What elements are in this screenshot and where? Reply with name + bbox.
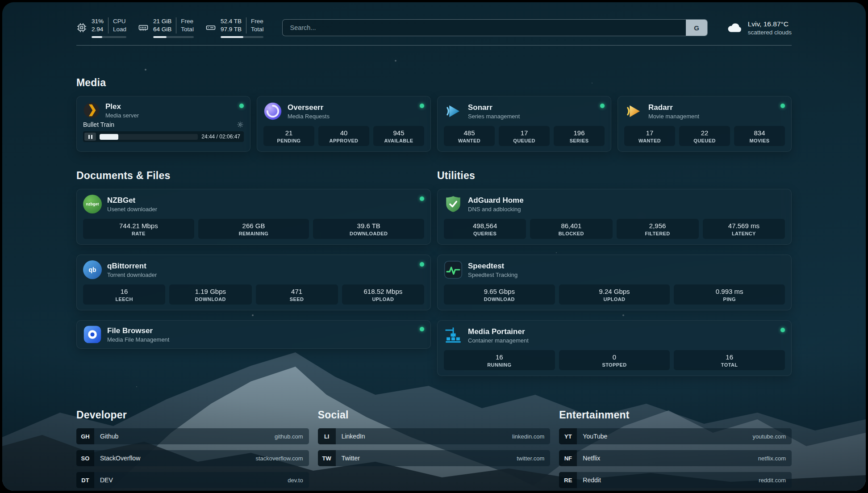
stat-available: 945 AVAILABLE	[373, 126, 424, 146]
search-bar: G	[282, 19, 707, 36]
service-desc: Media server	[105, 112, 139, 119]
stat-approved: 40 APPROVED	[318, 126, 369, 146]
disk-total-value: 97.9 TB	[221, 25, 242, 33]
service-name: qBittorrent	[107, 262, 157, 271]
radarr-icon	[624, 102, 643, 121]
adguard-icon	[444, 195, 463, 213]
bookmark-netflix[interactable]: NF Netflix netflix.com	[559, 450, 792, 466]
search-input[interactable]	[283, 24, 685, 31]
section-title-documents: Documents & Files	[76, 170, 431, 182]
cpu-icon	[76, 22, 87, 33]
service-card-speedtest[interactable]: Speedtest Speedtest Tracking 9.65 Gbps D…	[437, 255, 792, 310]
service-card-adguard[interactable]: AdGuard Home DNS and adblocking 498,564 …	[437, 189, 792, 245]
section-title-developer: Developer	[76, 409, 309, 421]
status-online-dot	[600, 104, 605, 108]
service-desc: Usenet downloader	[107, 206, 157, 213]
section-title-entertainment: Entertainment	[559, 409, 792, 421]
filebrowser-icon	[83, 325, 102, 344]
service-card-qbittorrent[interactable]: qb qBittorrent Torrent downloader 16 LEE…	[76, 255, 431, 310]
cpu-usage-widget: 31% 2.94 CPU Load	[76, 17, 126, 38]
playback-progress[interactable]: 24:44 / 02:06:47	[83, 131, 244, 142]
stat-wanted: 485 WANTED	[444, 126, 495, 146]
stat-filtered: 2,956 FILTERED	[617, 219, 699, 239]
stat-downloaded: 39.6 TB DOWNLOADED	[313, 219, 424, 239]
stat-rate: 744.21 Mbps RATE	[83, 219, 194, 239]
cpu-percent-value: 31%	[92, 17, 104, 25]
service-name: Speedtest	[468, 262, 517, 271]
memory-icon	[138, 22, 149, 33]
stat-queries: 498,564 QUERIES	[444, 219, 526, 239]
section-title-utilities: Utilities	[437, 170, 792, 182]
service-card-radarr[interactable]: Radarr Movie management 17 WANTED 22 QUE…	[618, 96, 792, 152]
service-desc: Media File Management	[107, 336, 169, 343]
service-card-portainer[interactable]: Media Portainer Container management 16 …	[437, 320, 792, 376]
stat-queued: 22 QUEUED	[679, 126, 730, 146]
service-card-sonarr[interactable]: Sonarr Series management 485 WANTED 17 Q…	[437, 96, 611, 152]
service-card-plex[interactable]: Plex Media server Bullet Train	[76, 96, 250, 152]
portainer-icon	[444, 326, 463, 345]
bookmark-reddit[interactable]: RE Reddit reddit.com	[559, 472, 792, 488]
bookmark-group-developer: Developer GH Github github.com SO StackO…	[76, 409, 309, 488]
stat-upload: 9.24 Gbps UPLOAD	[559, 284, 670, 305]
section-utilities: Utilities	[437, 170, 792, 376]
disk-free-value: 52.4 TB	[221, 17, 242, 25]
ram-free-value: 21 GiB	[153, 17, 171, 25]
service-desc: Torrent downloader	[107, 272, 157, 278]
bookmark-youtube[interactable]: YT YouTube youtube.com	[559, 428, 792, 444]
search-provider-button[interactable]: G	[686, 20, 707, 36]
bookmark-linkedin[interactable]: LI LinkedIn linkedin.com	[318, 428, 551, 444]
status-online-dot	[780, 328, 785, 332]
disk-usage-widget: 52.4 TB 97.9 TB Free Total	[205, 17, 264, 38]
reddit-icon: RE	[559, 472, 577, 488]
netflix-icon: NF	[559, 450, 577, 466]
bookmark-twitter[interactable]: TW Twitter twitter.com	[318, 450, 551, 466]
ram-free-label: Free	[181, 17, 194, 25]
service-name: Media Portainer	[468, 327, 529, 336]
stat-leech: 16 LEECH	[83, 284, 165, 305]
service-name: Plex	[105, 102, 139, 111]
ram-usage-widget: 21 GiB 64 GiB Free Total	[138, 17, 194, 38]
playback-track[interactable]	[100, 134, 198, 140]
service-name: Radarr	[648, 103, 699, 112]
service-card-filebrowser[interactable]: File Browser Media File Management	[76, 320, 431, 349]
qbittorrent-icon: qb	[83, 260, 102, 279]
stat-remaining: 266 GB REMAINING	[198, 219, 309, 239]
dashboard-window: 31% 2.94 CPU Load	[2, 2, 866, 491]
nzbget-icon: nzbget	[83, 195, 102, 213]
stat-seed: 471 SEED	[256, 284, 338, 305]
twitter-icon: TW	[318, 450, 336, 466]
service-card-overseerr[interactable]: Overseerr Media Requests 21 PENDING 40 A…	[257, 96, 431, 152]
bookmark-dev[interactable]: DT DEV dev.to	[76, 472, 309, 488]
service-desc: Speedtest Tracking	[468, 272, 517, 278]
bookmark-github[interactable]: GH Github github.com	[76, 428, 309, 444]
service-name: NZBGet	[107, 196, 157, 205]
sonarr-icon	[444, 102, 463, 121]
stat-pending: 21 PENDING	[263, 126, 314, 146]
disk-free-label: Free	[251, 17, 264, 25]
stat-total: 16 TOTAL	[674, 350, 785, 370]
plex-icon	[83, 102, 100, 119]
service-desc: Series management	[468, 113, 520, 120]
youtube-icon: YT	[559, 428, 577, 444]
weather-location: Lviv, 16.87°C	[748, 20, 792, 28]
service-desc: Movie management	[648, 113, 699, 120]
cpu-load-value: 2.94	[92, 25, 104, 33]
disk-total-label: Total	[251, 25, 264, 33]
pause-button[interactable]	[84, 133, 96, 141]
status-online-dot	[420, 104, 424, 108]
stat-download: 1.19 Gbps DOWNLOAD	[169, 284, 251, 305]
bookmark-stackoverflow[interactable]: SO StackOverflow stackoverflow.com	[76, 450, 309, 466]
top-bar: 31% 2.94 CPU Load	[76, 2, 792, 38]
status-online-dot	[420, 262, 424, 267]
service-card-nzbget[interactable]: nzbget NZBGet Usenet downloader 744.21 M…	[76, 189, 431, 245]
gear-icon[interactable]	[237, 121, 244, 128]
section-media: Media Plex Media server	[76, 77, 792, 152]
ram-total-value: 64 GiB	[153, 25, 171, 33]
cpu-label: CPU	[113, 17, 126, 25]
background-snow-specks	[2, 2, 3, 3]
stat-queued: 17 QUEUED	[499, 126, 550, 146]
weather-condition: scattered clouds	[748, 29, 792, 36]
service-desc: Container management	[468, 337, 529, 344]
weather-widget: Lviv, 16.87°C scattered clouds	[726, 20, 792, 36]
now-playing-row: Bullet Train	[83, 121, 244, 128]
